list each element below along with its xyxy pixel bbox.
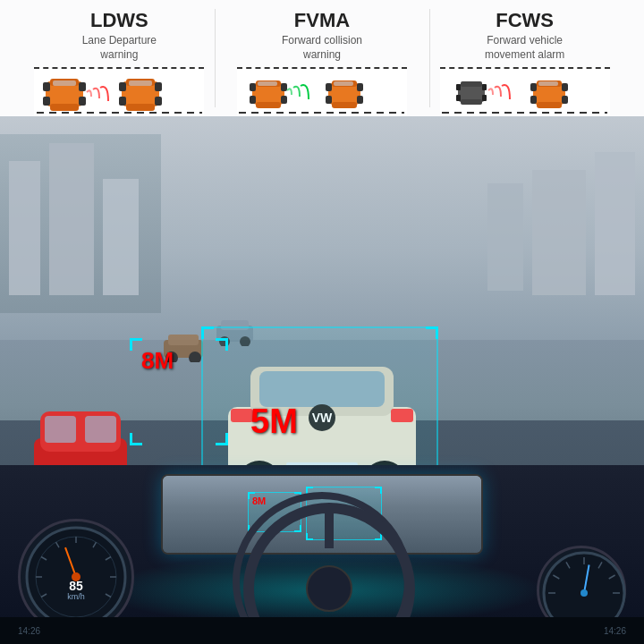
building-bg-right (465, 134, 644, 313)
svg-rect-6 (79, 82, 86, 91)
divider-2 (429, 9, 430, 107)
fvma-subtitle: Forward collision warning (282, 34, 362, 62)
svg-rect-4 (43, 82, 50, 91)
svg-rect-15 (155, 97, 162, 106)
svg-rect-20 (258, 81, 277, 86)
building-bg-left (0, 134, 161, 313)
fvma-title: FVMA (294, 9, 350, 32)
svg-rect-39 (482, 84, 487, 90)
svg-rect-45 (530, 83, 537, 91)
ldws-title: LDWS (90, 9, 148, 32)
svg-rect-2 (50, 104, 79, 111)
svg-rect-32 (357, 96, 363, 104)
svg-rect-14 (155, 82, 162, 91)
fcws-diagram (440, 67, 610, 116)
svg-rect-13 (119, 97, 126, 106)
svg-rect-53 (45, 416, 76, 443)
time-right: 14:26 (604, 626, 626, 636)
svg-rect-54 (85, 416, 116, 443)
svg-point-110 (307, 566, 352, 611)
svg-rect-24 (281, 96, 287, 104)
fcws-title: FCWS (496, 9, 554, 32)
svg-rect-40 (482, 95, 487, 101)
svg-rect-22 (250, 96, 256, 104)
ldws-diagram (34, 67, 204, 116)
fvma-section: FVMA Forward collision warning (233, 9, 411, 116)
ldws-subtitle: Lane Departure warning (82, 34, 157, 62)
time-left: 14:26 (18, 626, 40, 636)
svg-point-105 (580, 589, 588, 597)
svg-rect-29 (326, 83, 332, 91)
svg-rect-46 (530, 96, 537, 104)
divider-1 (215, 9, 216, 107)
svg-rect-38 (456, 95, 461, 101)
svg-rect-3 (53, 80, 76, 86)
svg-rect-31 (357, 83, 363, 91)
svg-rect-36 (461, 99, 482, 105)
svg-text:km/h: km/h (67, 592, 85, 601)
svg-rect-10 (126, 104, 155, 111)
svg-rect-21 (250, 83, 256, 91)
svg-rect-19 (256, 102, 281, 108)
top-panel: LDWS Lane Departure warning (0, 0, 644, 116)
fcws-section: FCWS Forward vehicle movement alarm (436, 9, 614, 116)
fvma-diagram (237, 67, 407, 116)
bottom-bar: 14:26 14:26 (0, 617, 644, 644)
svg-rect-43 (537, 102, 562, 108)
svg-rect-12 (119, 82, 126, 91)
svg-rect-35 (461, 81, 482, 87)
svg-rect-37 (456, 84, 461, 90)
fcws-subtitle: Forward vehicle movement alarm (485, 34, 564, 62)
svg-rect-44 (538, 81, 558, 86)
svg-rect-27 (332, 102, 357, 108)
svg-rect-47 (562, 83, 568, 91)
distance-label-5m: 5M (250, 402, 298, 441)
distance-label-8m: 8M (141, 347, 174, 375)
svg-rect-5 (43, 97, 50, 106)
svg-rect-23 (281, 83, 287, 91)
svg-rect-48 (562, 96, 568, 104)
svg-rect-28 (334, 81, 353, 86)
svg-rect-11 (129, 80, 152, 86)
dashboard-area: 8M 5M (0, 465, 644, 644)
svg-rect-30 (326, 96, 332, 104)
svg-text:85: 85 (69, 579, 83, 593)
ldws-section: LDWS Lane Departure warning (30, 9, 208, 116)
svg-rect-7 (79, 97, 86, 106)
